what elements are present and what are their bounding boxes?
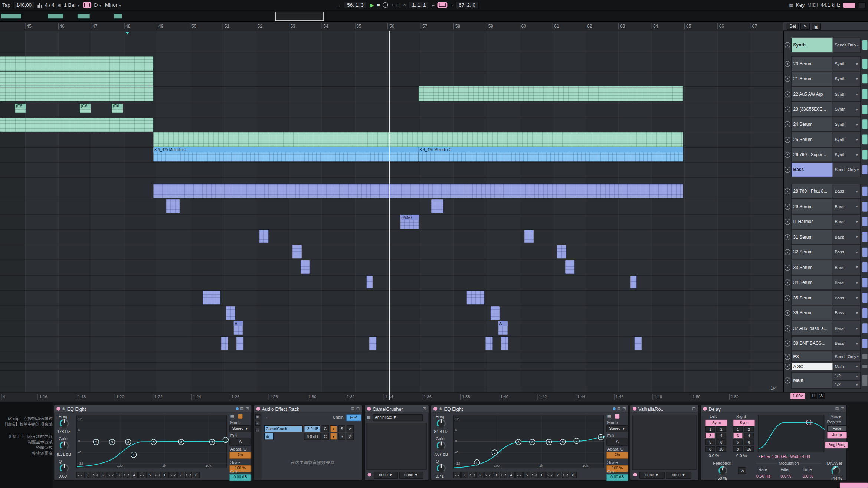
band-enable-button[interactable]: 8 xyxy=(193,472,200,478)
lock-icon[interactable]: ▣ xyxy=(811,23,821,30)
beat-division-cell[interactable]: 16 xyxy=(744,446,754,452)
tempo-display[interactable]: 140.00 xyxy=(13,1,35,9)
bar-number[interactable]: 48 xyxy=(124,23,131,29)
track-row[interactable]: ▾Main1/2▼1/2▼ xyxy=(784,372,868,389)
bar-number[interactable]: 50 xyxy=(190,23,196,29)
track-routing[interactable]: Sends Only▼ xyxy=(833,162,861,177)
analyzer-toggle-icon[interactable]: ▦ xyxy=(607,413,611,418)
output-gain-value[interactable]: 0.00 dB xyxy=(606,474,628,481)
midi-clip[interactable]: A xyxy=(233,321,243,335)
track-row[interactable]: ▾35 SerumBass▼ xyxy=(784,290,868,306)
track-name[interactable]: Bass xyxy=(791,162,833,177)
eq-band-node[interactable]: 3 xyxy=(515,439,521,445)
sidechain-source-1[interactable]: none ▼ xyxy=(639,472,665,479)
preset-selector[interactable]: Annihilate ▼ xyxy=(373,414,423,421)
band-enable-button[interactable]: 2 xyxy=(100,472,107,478)
midi-clip[interactable] xyxy=(0,56,153,71)
track-row[interactable]: ▾FXSends Only▼ xyxy=(784,351,868,362)
q-knob[interactable] xyxy=(437,464,446,473)
track-routing[interactable]: Bass▼ xyxy=(833,336,861,351)
band-enable-button[interactable]: 1 xyxy=(461,472,468,478)
band-enable-button[interactable]: 2 xyxy=(476,472,484,478)
track-routing[interactable]: Bass▼ xyxy=(833,214,861,229)
band-enable-button[interactable]: 7 xyxy=(554,472,561,478)
track-row[interactable]: ▾38 DNF BASS...Bass▼ xyxy=(784,336,868,351)
device-camelcrusher[interactable]: CamelCrusher ◳ ▦ Annihilate ▼ none ▼ non… xyxy=(364,405,429,480)
track-fold-icon[interactable]: ▾ xyxy=(784,372,791,389)
track-fold-icon[interactable]: ▾ xyxy=(784,147,791,162)
punch-in-icon[interactable]: ⌐ xyxy=(432,3,435,7)
band-enable-button[interactable]: 8 xyxy=(570,472,577,478)
device-on-toggle[interactable] xyxy=(56,407,60,410)
band-enable-button[interactable]: 6 xyxy=(162,472,169,478)
track-name[interactable]: 36 Serum xyxy=(791,305,833,320)
insert-marker[interactable] xyxy=(125,32,130,34)
save-preset-icon[interactable]: ▤ xyxy=(835,407,839,411)
map-arrow-icon[interactable]: → xyxy=(264,415,268,419)
loop-length-display[interactable]: 67. 2. 0 xyxy=(455,1,479,9)
output-gain-value[interactable]: 0.00 dB xyxy=(229,474,252,481)
track-fold-icon[interactable]: ▾ xyxy=(784,117,791,132)
bar-number[interactable]: 54 xyxy=(322,23,328,29)
mod-time-value[interactable]: 0.0 % xyxy=(803,474,813,479)
mod-filter-value[interactable]: 0.0 % xyxy=(780,474,791,479)
bar-number[interactable]: 63 xyxy=(619,23,625,29)
mode-jump[interactable]: Jump xyxy=(827,432,847,439)
bar-number[interactable]: 57 xyxy=(420,23,427,29)
freeze-button[interactable]: ∞ xyxy=(738,467,746,474)
zoom-height-button[interactable]: H xyxy=(810,393,817,399)
bar-number[interactable]: 60 xyxy=(520,23,526,29)
pencil-icon[interactable]: ↖ xyxy=(800,23,810,30)
track-name[interactable]: 25 Serum xyxy=(791,132,833,147)
track-fold-icon[interactable]: ▾ xyxy=(784,336,791,351)
bar-number[interactable]: 59 xyxy=(487,23,493,29)
mode-repitch[interactable]: Repitch xyxy=(827,420,841,425)
track-routing[interactable]: Bass▼ xyxy=(833,290,861,306)
eq-spectrum-display[interactable]: 1260-6-121001k10k12345678 xyxy=(453,415,604,468)
mod-rate-value[interactable]: 0.50 Hz xyxy=(756,474,771,479)
track-fold-icon[interactable]: ▾ xyxy=(784,363,791,370)
track-row[interactable]: ▾32 SerumBass▼ xyxy=(784,245,868,259)
track-row[interactable]: ▾36 SerumBass▼ xyxy=(784,305,868,320)
plugin-edit-icon[interactable]: ▦ xyxy=(367,415,371,419)
hot-swap-icon[interactable]: ◳ xyxy=(841,407,844,411)
eq-band-node[interactable]: 8 xyxy=(598,434,604,440)
eq-band-node[interactable]: 7 xyxy=(209,439,215,445)
width-value[interactable]: 4.08 xyxy=(802,454,810,459)
band-shape-icon[interactable] xyxy=(154,472,161,478)
bar-number[interactable]: 62 xyxy=(586,23,592,29)
beat-division-cell[interactable]: 8 xyxy=(705,446,715,452)
freq-value[interactable]: 84.3 Hz xyxy=(434,429,448,434)
track-routing[interactable]: Sends Only▼ xyxy=(833,37,861,52)
hot-swap-icon[interactable]: ◳ xyxy=(245,407,249,411)
plugin-window-icon[interactable]: ◳ xyxy=(423,407,426,411)
analyzer-toggle-icon[interactable]: ▦ xyxy=(230,413,235,418)
bar-number[interactable]: 58 xyxy=(453,23,460,29)
bar-number[interactable]: 46 xyxy=(58,23,65,29)
eq-band-node[interactable]: 2 xyxy=(492,449,498,455)
band-enable-button[interactable]: 1 xyxy=(84,472,91,478)
stop-button[interactable]: ■ xyxy=(377,2,380,8)
track-row[interactable]: ▾29 SerumBass▼ xyxy=(784,199,868,214)
chain-volume[interactable]: 6.0 dB xyxy=(304,433,321,440)
track-fold-icon[interactable]: ▾ xyxy=(784,37,791,52)
track-name[interactable]: 20 Serum xyxy=(791,56,833,71)
chain-pan[interactable]: C xyxy=(322,433,329,440)
bar-number[interactable]: 66 xyxy=(717,23,724,29)
eq-band-node[interactable]: 2 xyxy=(93,439,99,445)
track-routing[interactable]: Synth▼ xyxy=(833,86,861,102)
track-routing[interactable]: Synth▼ xyxy=(833,147,861,162)
track-name[interactable]: 34 Serum xyxy=(791,275,833,290)
eq-band-node[interactable]: 5 xyxy=(546,439,552,445)
track-name[interactable]: 26 760 - Super... xyxy=(791,147,833,162)
band-enable-button[interactable]: 5 xyxy=(523,472,530,478)
eq-band-node[interactable]: 5 xyxy=(151,439,157,445)
track-fold-icon[interactable]: ▾ xyxy=(784,102,791,117)
bar-number[interactable]: 52 xyxy=(256,23,262,29)
record-button[interactable] xyxy=(383,2,388,8)
midi-clip[interactable] xyxy=(485,337,492,350)
midi-clip[interactable] xyxy=(634,337,641,350)
bar-number[interactable]: 45 xyxy=(25,23,32,29)
eq-band-node[interactable]: 6 xyxy=(178,439,184,445)
track-row[interactable]: ▾A SCMain▼ xyxy=(784,363,868,370)
